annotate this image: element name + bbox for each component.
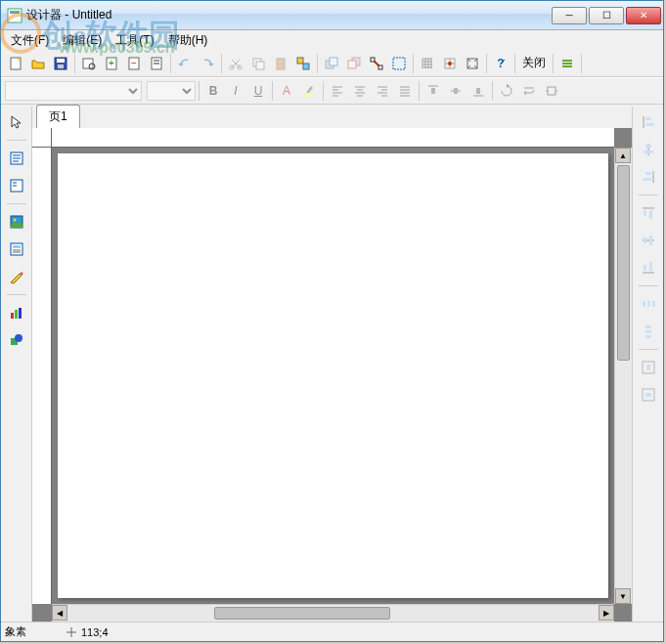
paste-button[interactable]: [270, 53, 291, 74]
align-left-edge-button[interactable]: [637, 110, 660, 134]
svg-rect-56: [454, 88, 458, 94]
crosshair-icon: [66, 626, 77, 638]
memo-tool[interactable]: [5, 147, 28, 170]
snap-grid-button[interactable]: [439, 53, 461, 74]
separator: [7, 140, 26, 141]
separator: [553, 54, 554, 73]
valign-bottom-button[interactable]: [467, 80, 489, 102]
align-right-button[interactable]: [372, 80, 393, 102]
design-area: 页1 ▲ ▼ ◀ ▶: [32, 107, 632, 622]
valign-top-button[interactable]: [422, 80, 444, 102]
pointer-tool[interactable]: [5, 110, 28, 134]
align-vcenter-button[interactable]: [637, 229, 660, 252]
highlight-button[interactable]: [298, 80, 320, 102]
scroll-thumb-v[interactable]: [617, 165, 630, 361]
align-hcenter-button[interactable]: [637, 138, 660, 161]
valign-middle-button[interactable]: [445, 80, 466, 102]
redo-button[interactable]: [197, 53, 218, 74]
page-settings-button[interactable]: [146, 53, 167, 74]
rotation-button[interactable]: [496, 80, 517, 102]
send-back-button[interactable]: [343, 53, 365, 74]
font-size-combo[interactable]: [147, 81, 196, 101]
app-window: 设计器 - Untitled ─ ☐ ✕ 文件(F) 编辑(E) 工具(T) 帮…: [0, 0, 664, 642]
center-v-button[interactable]: [637, 383, 660, 407]
new-page-button[interactable]: +: [101, 53, 122, 74]
center-h-button[interactable]: [637, 356, 660, 379]
menu-toggle-button[interactable]: [556, 53, 578, 74]
scroll-right-button[interactable]: ▶: [599, 605, 614, 621]
shape-tool[interactable]: [5, 328, 28, 352]
tab-order-button[interactable]: [366, 53, 387, 74]
svg-rect-27: [371, 58, 375, 62]
design-page[interactable]: [58, 153, 608, 598]
separator: [419, 81, 420, 101]
svg-rect-58: [476, 88, 480, 94]
horizontal-scrollbar[interactable]: ◀ ▶: [52, 604, 614, 622]
align-bottom-edge-button[interactable]: [637, 256, 660, 279]
italic-button[interactable]: I: [225, 80, 246, 102]
help-button[interactable]: ?: [490, 53, 511, 74]
delete-page-button[interactable]: −: [123, 53, 145, 74]
svg-rect-71: [13, 245, 21, 248]
space-vertical-button[interactable]: [637, 320, 660, 343]
picture-tool[interactable]: [5, 210, 28, 234]
menu-file[interactable]: 文件(F): [5, 30, 55, 51]
save-button[interactable]: [50, 53, 71, 74]
undo-button[interactable]: [174, 53, 196, 74]
svg-rect-74: [11, 313, 14, 319]
minimize-button[interactable]: ─: [552, 7, 587, 24]
font-family-combo[interactable]: [5, 81, 142, 101]
copy-button[interactable]: [247, 53, 269, 74]
align-center-button[interactable]: [349, 80, 371, 102]
select-all-button[interactable]: [388, 53, 410, 74]
draw-tool[interactable]: [5, 265, 28, 288]
align-top-edge-button[interactable]: [637, 201, 660, 225]
ruler-horizontal[interactable]: [52, 128, 614, 148]
vertical-scrollbar[interactable]: ▲ ▼: [614, 148, 632, 604]
svg-point-69: [13, 219, 16, 222]
svg-rect-70: [11, 243, 22, 255]
close-button[interactable]: ✕: [626, 7, 661, 24]
wordwrap-button[interactable]: [518, 80, 540, 102]
close-designer-button[interactable]: 关闭: [518, 53, 550, 73]
autowidth-button[interactable]: [541, 80, 562, 102]
show-grid-button[interactable]: [417, 53, 438, 74]
scroll-down-button[interactable]: ▼: [615, 588, 631, 604]
svg-text:−: −: [131, 58, 137, 68]
svg-rect-86: [645, 172, 651, 175]
new-button[interactable]: [5, 53, 26, 74]
chart-tool[interactable]: [5, 301, 28, 324]
svg-rect-106: [645, 393, 651, 397]
bold-button[interactable]: B: [202, 80, 224, 102]
svg-rect-97: [643, 301, 645, 307]
status-coords: 113;4: [66, 626, 109, 638]
svg-rect-20: [279, 58, 283, 60]
preview-button[interactable]: [78, 53, 100, 74]
align-justify-button[interactable]: [394, 80, 416, 102]
menu-edit[interactable]: 编辑(E): [57, 30, 108, 51]
scroll-up-button[interactable]: ▲: [615, 148, 631, 163]
main-toolbar: + − ? 关闭: [1, 50, 663, 77]
maximize-button[interactable]: ☐: [589, 7, 624, 24]
fit-button[interactable]: [462, 53, 483, 74]
menu-tools[interactable]: 工具(T): [110, 30, 159, 51]
svg-rect-102: [645, 335, 651, 338]
underline-button[interactable]: U: [247, 80, 269, 102]
cut-button[interactable]: [225, 53, 246, 74]
svg-rect-84: [644, 150, 653, 153]
menu-help[interactable]: 帮助(H): [162, 30, 214, 51]
format-tool[interactable]: [5, 174, 28, 197]
subreport-tool[interactable]: [5, 237, 28, 261]
align-right-edge-button[interactable]: [637, 165, 660, 189]
open-button[interactable]: [27, 53, 49, 74]
tab-page1[interactable]: 页1: [36, 105, 80, 128]
ruler-vertical[interactable]: [32, 148, 52, 604]
font-color-button[interactable]: A: [276, 80, 297, 102]
bring-front-button[interactable]: [321, 53, 342, 74]
scroll-thumb-h[interactable]: [214, 607, 390, 620]
space-horizontal-button[interactable]: [637, 292, 660, 316]
align-left-button[interactable]: [327, 80, 348, 102]
scroll-left-button[interactable]: ◀: [52, 605, 67, 621]
svg-rect-100: [645, 325, 651, 328]
group-button[interactable]: [292, 53, 314, 74]
